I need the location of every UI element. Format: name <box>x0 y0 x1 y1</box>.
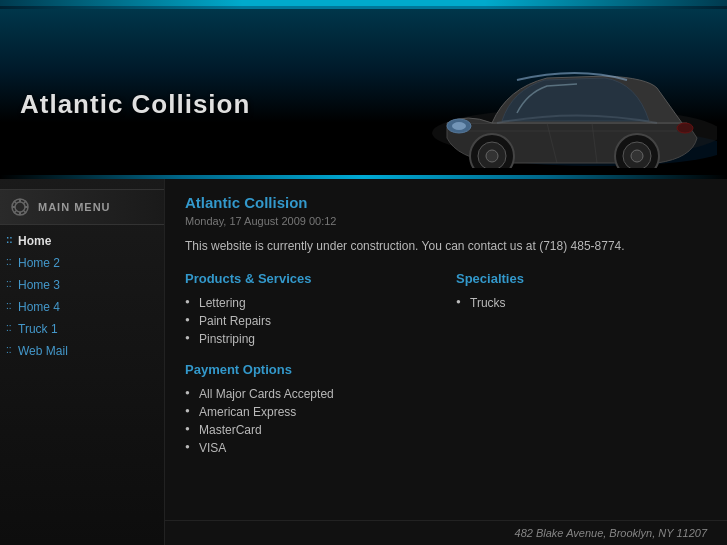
footer-address: 482 Blake Avenue, Brooklyn, NY 11207 <box>515 527 707 539</box>
site-title: Atlantic Collision <box>20 89 250 120</box>
svg-point-12 <box>15 202 25 212</box>
two-column-section: Products & Services Lettering Paint Repa… <box>185 271 707 348</box>
sidebar-item-home3[interactable]: Home 3 <box>0 274 164 296</box>
content-title: Atlantic Collision <box>185 194 707 211</box>
specialties-heading: Specialties <box>456 271 707 286</box>
specialties-section: Specialties Trucks <box>456 271 707 348</box>
content-date: Monday, 17 August 2009 00:12 <box>185 215 707 227</box>
svg-line-19 <box>24 201 26 203</box>
products-section: Products & Services Lettering Paint Repa… <box>185 271 436 348</box>
list-item: Paint Repairs <box>185 312 436 330</box>
svg-point-10 <box>677 123 693 133</box>
list-item: Lettering <box>185 294 436 312</box>
content-area: Atlantic Collision Monday, 17 August 200… <box>165 179 727 520</box>
gear-icon <box>10 197 30 217</box>
svg-point-9 <box>452 122 466 130</box>
svg-line-20 <box>14 211 16 213</box>
list-item: All Major Cards Accepted <box>185 385 707 403</box>
list-item: Trucks <box>456 294 707 312</box>
payment-heading: Payment Options <box>185 362 707 377</box>
menu-header: MAIN MENU <box>0 189 164 225</box>
list-item: MasterCard <box>185 421 707 439</box>
list-item: VISA <box>185 439 707 457</box>
header: Atlantic Collision <box>0 0 727 175</box>
list-item: Pinstriping <box>185 330 436 348</box>
car-image <box>397 8 717 168</box>
sidebar: MAIN MENU Home Home 2 Home 3 Home 4 Truc… <box>0 179 165 545</box>
sidebar-item-home[interactable]: Home <box>0 230 164 252</box>
products-list: Lettering Paint Repairs Pinstriping <box>185 294 436 348</box>
footer: 482 Blake Avenue, Brooklyn, NY 11207 <box>165 520 727 545</box>
svg-point-4 <box>486 150 498 162</box>
svg-line-17 <box>14 201 16 203</box>
payment-list: All Major Cards Accepted American Expres… <box>185 385 707 457</box>
specialties-list: Trucks <box>456 294 707 312</box>
svg-point-7 <box>631 150 643 162</box>
content-description: This website is currently under construc… <box>185 237 707 255</box>
list-item: American Express <box>185 403 707 421</box>
products-heading: Products & Services <box>185 271 436 286</box>
main-layout: MAIN MENU Home Home 2 Home 3 Home 4 Truc… <box>0 179 727 545</box>
menu-title: MAIN MENU <box>38 201 111 213</box>
sidebar-item-home4[interactable]: Home 4 <box>0 296 164 318</box>
sidebar-item-truck1[interactable]: Truck 1 <box>0 318 164 340</box>
svg-line-18 <box>24 211 26 213</box>
payment-section: Payment Options All Major Cards Accepted… <box>185 362 707 457</box>
sidebar-item-webmail[interactable]: Web Mail <box>0 340 164 362</box>
content-wrapper: Atlantic Collision Monday, 17 August 200… <box>165 179 727 545</box>
sidebar-item-home2[interactable]: Home 2 <box>0 252 164 274</box>
